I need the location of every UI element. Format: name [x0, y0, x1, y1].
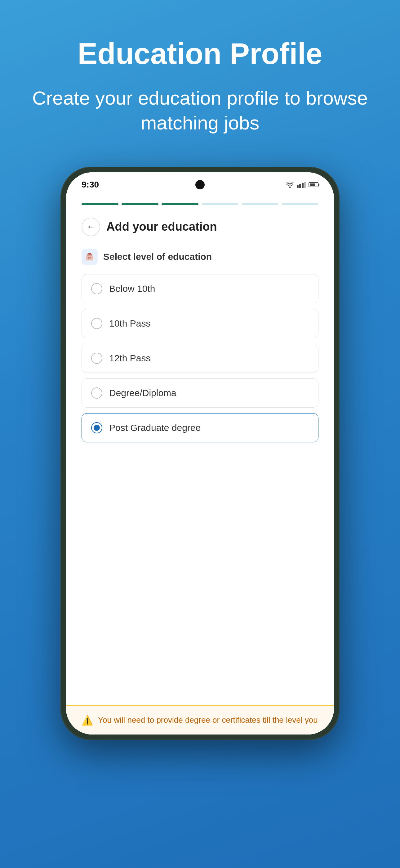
camera [195, 180, 205, 189]
radio-dot [94, 425, 100, 431]
option-postgrad[interactable]: Post Graduate degree [81, 413, 319, 442]
page-title: Education Profile [31, 37, 369, 70]
option-12thpass-label: 12th Pass [109, 353, 151, 364]
page-subtitle: Create your education profile to browse … [31, 86, 369, 136]
phone-wrapper: 9:30 [61, 167, 339, 740]
progress-seg-6 [281, 203, 319, 205]
option-below10[interactable]: Below 10th [81, 274, 319, 303]
progress-seg-2 [122, 203, 159, 205]
radio-postgrad [91, 422, 102, 433]
option-below10-label: Below 10th [109, 283, 155, 294]
wifi-icon [286, 181, 294, 188]
phone-inner: 9:30 [66, 172, 334, 735]
option-degree-label: Degree/Diploma [109, 388, 176, 398]
phone-content: ← Add your education Select level of e [66, 208, 334, 705]
battery-icon [308, 182, 319, 187]
progress-bar [66, 197, 334, 208]
progress-seg-1 [81, 203, 119, 205]
signal-icon [297, 182, 306, 188]
education-icon [81, 249, 98, 265]
option-12thpass[interactable]: 12th Pass [81, 344, 319, 373]
svg-rect-5 [89, 258, 91, 259]
svg-rect-3 [88, 253, 91, 254]
svg-rect-2 [87, 254, 92, 255]
page-header: Education Profile Create your education … [0, 0, 400, 154]
option-degree[interactable]: Degree/Diploma [81, 378, 319, 408]
radio-10thpass [91, 318, 102, 329]
status-icons [286, 181, 319, 188]
status-time: 9:30 [81, 180, 99, 190]
radio-degree [91, 388, 102, 399]
bottom-notice: ⚠️ You will need to provide degree or ce… [66, 705, 334, 735]
status-bar: 9:30 [66, 172, 334, 197]
phone-outer: 9:30 [61, 167, 339, 740]
section-label-text: Select level of education [103, 251, 212, 262]
section-label: Select level of education [81, 249, 319, 265]
notice-icon: ⚠️ [81, 715, 93, 726]
progress-seg-3 [162, 203, 198, 205]
progress-seg-5 [241, 203, 278, 205]
radio-below10 [91, 283, 102, 294]
radio-12thpass [91, 353, 102, 364]
back-button[interactable]: ← [81, 218, 100, 236]
screen-title: Add your education [106, 220, 217, 234]
svg-point-0 [289, 186, 291, 188]
progress-seg-4 [202, 203, 238, 205]
back-header: ← Add your education [81, 218, 319, 236]
option-10thpass-label: 10th Pass [109, 318, 151, 329]
notice-text: You will need to provide degree or certi… [98, 714, 318, 725]
option-postgrad-label: Post Graduate degree [109, 423, 201, 433]
option-10thpass[interactable]: 10th Pass [81, 309, 319, 338]
